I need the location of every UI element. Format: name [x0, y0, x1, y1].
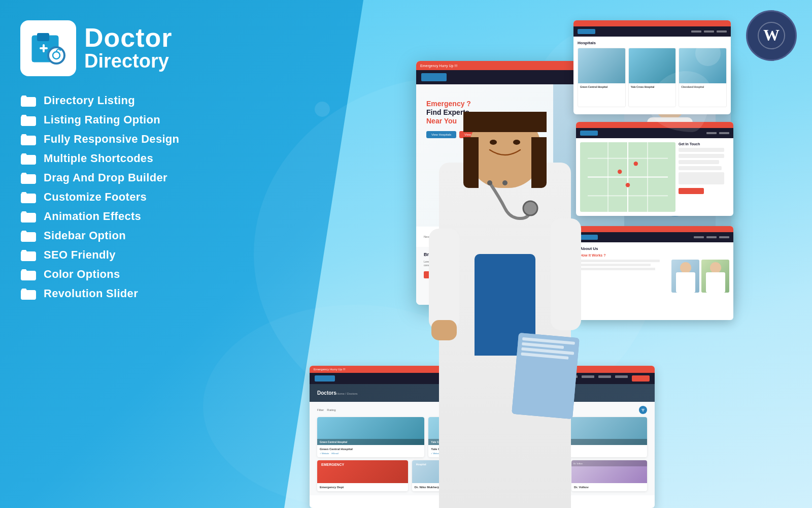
folder-icon: [20, 133, 37, 146]
stethoscope: [469, 178, 540, 239]
wordpress-badge: W: [746, 10, 797, 61]
ss-topbar: [576, 122, 733, 128]
logo-directory: Directory: [84, 51, 173, 72]
face-details: [482, 135, 528, 163]
arm-right: [551, 218, 581, 330]
about-row: [580, 260, 729, 316]
nav-button: [632, 375, 650, 382]
clipboard: [512, 333, 579, 419]
about-title: About Us: [580, 246, 729, 251]
nav-item: [598, 375, 611, 378]
right-panel: W Emergency Hurry Up !!!: [274, 0, 812, 508]
list-item: Color Options: [20, 265, 259, 283]
contact-title: Get In Touch: [679, 142, 729, 146]
map-area: [580, 142, 675, 212]
feature-label: Revolution Slider: [44, 287, 138, 300]
svg-point-29: [487, 180, 492, 185]
contact-field: [679, 154, 724, 158]
logo-text: Doctor Directory: [84, 24, 173, 72]
hero-line1: Emergency ?: [426, 100, 488, 108]
svg-rect-27: [642, 411, 644, 411]
list-item: Listing Rating Option: [20, 111, 259, 129]
left-panel: Doctor Directory Directory Listing: [0, 0, 274, 508]
svg-point-30: [502, 180, 507, 185]
feature-label: Listing Rating Option: [44, 113, 160, 126]
contact-submit: [679, 188, 704, 194]
ss-topbar: [573, 20, 731, 26]
emergency-label: EMERGENCY: [321, 463, 344, 466]
nav-item: [719, 132, 729, 134]
ss-topbar: [576, 226, 733, 232]
how-it-works: How It Works ?: [580, 253, 729, 257]
screenshot-footer: About Us How It Works ?: [576, 226, 733, 320]
svg-point-28: [523, 201, 537, 215]
nav-item: [706, 132, 717, 134]
feature-list: Directory Listing Listing Rating Option …: [20, 91, 259, 303]
nav-item: [717, 30, 727, 33]
list-item: Multiple Shortcodes: [20, 149, 259, 168]
card-body: Green Central Hospital ✓ Website ✉ Email: [317, 445, 424, 457]
card-links: ✓ Website ✉ Email: [320, 452, 422, 455]
list-item: Animation Effects: [20, 207, 259, 226]
ss-nav-items: [691, 30, 727, 33]
hospital-name: Green Central Hospital: [580, 85, 623, 88]
ss-nav-items: [706, 132, 729, 134]
about-photo: [701, 260, 729, 293]
card-name: Emergency Dept: [320, 486, 405, 489]
contact-sidebar: Get In Touch: [679, 142, 729, 212]
card-image: Green Central Hospital: [317, 417, 424, 445]
ss-nav: [573, 26, 731, 37]
svg-point-23: [634, 162, 638, 166]
feature-label: Animation Effects: [44, 210, 141, 223]
about-content: About Us How It Works ?: [576, 242, 733, 320]
feature-label: Color Options: [44, 268, 120, 281]
contact-field: [679, 166, 722, 170]
emergency-text: Emergency Hurry Up !!!: [420, 64, 457, 68]
card-name: Green Central Hospital: [320, 448, 422, 451]
ss-nav: [576, 232, 733, 242]
contact-field: [679, 160, 719, 164]
ss-nav: [576, 128, 733, 138]
folder-icon: [20, 152, 37, 165]
folder-icon: [20, 210, 37, 223]
list-item: Customize Footers: [20, 188, 259, 206]
list-item: Revolution Slider: [20, 284, 259, 303]
nav-item: [719, 236, 729, 238]
folder-icon: [20, 248, 37, 262]
doctor-illustration: [424, 122, 586, 508]
ss-lg-logo: [315, 375, 335, 382]
svg-point-22: [618, 170, 622, 174]
hair: [463, 112, 547, 132]
logo-area: Doctor Directory: [20, 20, 259, 76]
filter-icon: [639, 406, 647, 414]
nav-logo: [421, 73, 447, 81]
feature-label: Multiple Shortcodes: [44, 152, 153, 165]
list-item: Sidebar Option: [20, 227, 259, 245]
image-overlay: Green Central Hospital: [317, 439, 424, 445]
contact-textarea: [679, 172, 724, 184]
card-body: Emergency Dept: [317, 483, 408, 491]
doctor-person-overlay: [416, 112, 594, 508]
feature-label: SEO Friendly: [44, 248, 116, 262]
filter-label: Filter: [317, 408, 324, 411]
ss-logo: [578, 29, 595, 34]
folder-icon: [20, 94, 37, 107]
deco-circle: [315, 102, 330, 117]
svg-rect-26: [642, 410, 644, 410]
map-content: Get In Touch: [576, 138, 733, 216]
feature-label: Drag And Drop Builder: [44, 171, 167, 184]
feature-label: Sidebar Option: [44, 229, 126, 242]
logo-doctor: Doctor: [84, 24, 173, 51]
hospital-body: Green Central Hospital: [578, 83, 625, 90]
arm-left: [429, 229, 459, 330]
card-image: EMERGENCY: [317, 460, 408, 483]
image-title: Green Central Hospital: [320, 440, 347, 443]
deco-circle: [695, 41, 721, 66]
svg-text:W: W: [763, 26, 780, 44]
card-link: ✉ Email: [331, 452, 339, 455]
feature-label: Customize Footers: [44, 190, 147, 204]
folder-icon: [20, 190, 37, 204]
svg-rect-11: [40, 47, 48, 49]
folder-icon: [20, 287, 37, 300]
hospital-image: [578, 48, 625, 83]
